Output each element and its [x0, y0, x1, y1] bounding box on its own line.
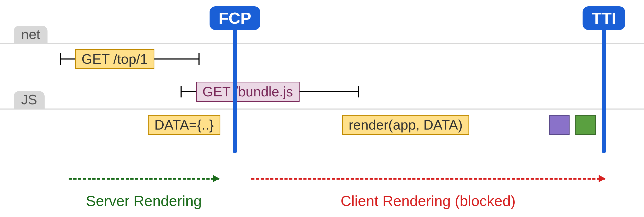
marker-pill-tti: TTI [583, 6, 625, 30]
net-req2-box: GET /bundle.js [196, 82, 300, 102]
marker-line-tti [602, 28, 606, 153]
timeline-diagram: net JS GET /top/1 GET /bundle.js DATA={.… [0, 0, 644, 217]
js-data-box: DATA={..} [148, 115, 220, 135]
lane-label-net: net [14, 26, 48, 44]
lane-divider [0, 43, 644, 44]
lane-label-js: JS [14, 91, 45, 109]
lane-divider [0, 108, 644, 110]
js-task-green [575, 115, 596, 135]
phase-label-server: Server Rendering [86, 192, 202, 209]
phase-label-client: Client Rendering (blocked) [340, 192, 515, 209]
net-req1-box: GET /top/1 [75, 49, 154, 69]
marker-line-fcp [233, 28, 237, 153]
arrow-client-rendering [251, 178, 605, 180]
js-task-purple [549, 115, 570, 135]
marker-pill-fcp: FCP [210, 6, 260, 30]
arrow-server-rendering [69, 178, 219, 180]
js-render-box: render(app, DATA) [342, 115, 469, 135]
